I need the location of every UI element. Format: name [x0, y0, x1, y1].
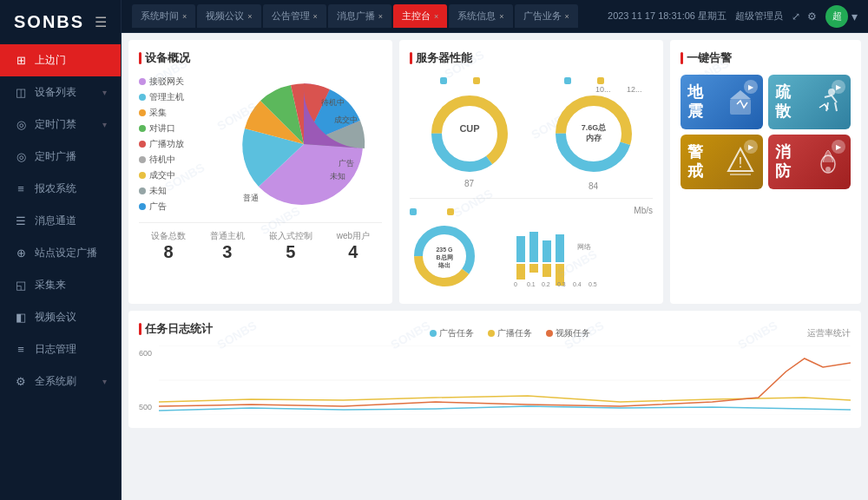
- sidebar-item-report[interactable]: ≡ 报农系统: [0, 173, 121, 205]
- legend-item: 待机中: [139, 154, 219, 166]
- mem-right-label: 10...: [595, 85, 611, 94]
- right-label: 运营率统计: [807, 327, 851, 339]
- cpu-legend: 已用 剩余: [440, 75, 499, 87]
- mem-legend: 已用 剩余: [564, 75, 623, 87]
- topbar-tabs: 系统时间 × 视频公议 × 公告管理 × 消息广播 × 主控台 ×: [132, 4, 601, 28]
- svg-text:0.3: 0.3: [557, 281, 566, 287]
- tab-close[interactable]: ×: [313, 12, 318, 21]
- tab-sysinfo[interactable]: 系统信息 ×: [449, 4, 512, 28]
- sidebar-item-devices[interactable]: ◫ 设备列表 ▾: [0, 76, 121, 109]
- tab-video[interactable]: 视频公议 ×: [197, 4, 260, 28]
- svg-point-41: [825, 167, 831, 172]
- earthquake-label: 地: [687, 83, 703, 102]
- title-bar: [410, 52, 412, 64]
- legend-item: 未知: [139, 185, 219, 197]
- legend-item: 管理主机: [139, 91, 219, 103]
- tab-close[interactable]: ×: [565, 12, 569, 21]
- tab-close[interactable]: ×: [499, 12, 503, 21]
- sidebar-item-logs[interactable]: ≡ 日志管理: [0, 333, 121, 365]
- tab-label: 系统信息: [457, 10, 496, 23]
- server-card-title: 服务器性能: [410, 50, 653, 66]
- sidebar-item-station[interactable]: ⊕ 站点设定广播: [0, 237, 121, 269]
- memory-gauge: 已用 剩余 7.6G总 内存: [534, 75, 653, 191]
- alert-earthquake-btn[interactable]: 地 震 ▶: [681, 75, 763, 129]
- download-dot: [447, 208, 454, 215]
- sidebar-item-label: 设备列表: [35, 85, 102, 100]
- cpu-donut-chart: CUP: [426, 90, 513, 177]
- sidebar-item-video[interactable]: ◧ 视频会议: [0, 301, 121, 333]
- tab-close[interactable]: ×: [434, 12, 438, 21]
- broadcast-icon: ◎: [14, 150, 28, 163]
- tab-close[interactable]: ×: [247, 12, 252, 21]
- menu-icon[interactable]: ☰: [95, 14, 107, 30]
- home-icon: ⊞: [14, 54, 28, 67]
- task-card-title: 任务日志统计: [139, 321, 213, 337]
- ad-task-dot: [430, 330, 437, 337]
- mem-free-dot: [597, 77, 604, 84]
- topbar: 系统时间 × 视频公议 × 公告管理 × 消息广播 × 主控台 ×: [122, 0, 868, 33]
- sidebar-item-timed-gate[interactable]: ◎ 定时门禁 ▾: [0, 109, 121, 141]
- alert-warning-btn[interactable]: 警 戒 ! ▶: [681, 135, 763, 189]
- evacuation-play[interactable]: ▶: [832, 80, 845, 94]
- server-performance-card: SONBS SONBS SONBS SONBS 服务器性能: [399, 40, 663, 304]
- earthquake-play[interactable]: ▶: [744, 80, 758, 94]
- collect-icon: ◱: [14, 279, 28, 292]
- warning-label: 警: [687, 143, 703, 162]
- svg-text:内存: 内存: [586, 134, 602, 142]
- log-icon: ≡: [14, 343, 28, 356]
- task-legend: 广告任务 广播任务 视频任务: [430, 327, 590, 339]
- device-stats: 设备总数 8 普通主机 3 嵌入式控制 5 web用户: [139, 222, 382, 262]
- datetime-display: 2023 11 17 18:31:06 星期五: [608, 10, 727, 23]
- chevron-icon: ▾: [102, 120, 107, 129]
- tab-label: 广告业务: [523, 10, 562, 23]
- alert-evacuation-btn[interactable]: 疏 散 ▶: [768, 75, 851, 129]
- tab-close[interactable]: ×: [182, 12, 187, 21]
- legend-item: 广告: [139, 201, 219, 213]
- svg-text:0.5: 0.5: [589, 281, 597, 287]
- tab-label: 公告管理: [272, 10, 310, 23]
- svg-text:成交中: 成交中: [334, 115, 358, 124]
- svg-text:7.6G总: 7.6G总: [581, 123, 607, 132]
- mem-bottom-label: 84: [589, 181, 598, 191]
- tab-close[interactable]: ×: [378, 12, 383, 21]
- fire-label: 消: [775, 143, 791, 162]
- sidebar-item-system[interactable]: ⚙ 全系统刷 ▾: [0, 365, 121, 398]
- mem-top-label: 12...: [627, 85, 642, 94]
- server-gauges-row: 已用 剩余 CUP 87: [410, 75, 653, 191]
- settings-icon[interactable]: ⚙: [807, 10, 817, 23]
- cpu-used-dot: [440, 77, 447, 84]
- tab-system-time[interactable]: 系统时间 ×: [132, 4, 195, 28]
- task-chart-area: 600 500: [139, 345, 851, 418]
- tab-notice[interactable]: 公告管理 ×: [263, 4, 326, 28]
- sidebar-item-messages[interactable]: ☰ 消息通道: [0, 205, 121, 237]
- sidebar-item-label: 定时门禁: [35, 117, 102, 132]
- sidebar-item-timed-broadcast[interactable]: ◎ 定时广播: [0, 141, 121, 173]
- network-charts: 235 G B总网 络出: [410, 221, 653, 293]
- broadcast-task-dot: [488, 330, 495, 337]
- task-log-card: SONBS SONBS SONBS SONBS 任务日志统计 广告任务: [128, 311, 861, 428]
- title-bar: [139, 52, 141, 64]
- sidebar-item-collect[interactable]: ◱ 采集来: [0, 269, 121, 301]
- fullscreen-icon[interactable]: ⤢: [792, 10, 800, 23]
- avatar: 超: [825, 5, 848, 28]
- network-section: ↑上传 ↓下传 Mb/s 235 G: [410, 198, 653, 293]
- sidebar-item-home[interactable]: ⊞ 上边门: [0, 44, 121, 76]
- scroll-right-btn[interactable]: ▾: [852, 10, 858, 23]
- svg-rect-25: [542, 264, 551, 277]
- sidebar-logo: SONBS ☰: [0, 0, 121, 44]
- tab-main-console[interactable]: 主控台 ×: [393, 4, 447, 28]
- svg-text:网络: 网络: [577, 243, 591, 251]
- svg-text:B总网: B总网: [436, 253, 452, 260]
- sidebar-item-label: 消息通道: [35, 214, 107, 228]
- memory-gauge-container: 7.6G总 内存 12... 10...: [550, 90, 637, 180]
- cpu-gauge: 已用 剩余 CUP 87: [410, 75, 529, 191]
- mem-used-dot: [564, 77, 571, 84]
- tab-broadcast[interactable]: 消息广播 ×: [328, 4, 391, 28]
- cpu-free-dot: [473, 77, 480, 84]
- tab-ads[interactable]: 广告业务 ×: [515, 4, 578, 28]
- svg-text:0.2: 0.2: [542, 281, 550, 287]
- device-card-title: 设备概况: [139, 50, 382, 66]
- title-bar: [681, 52, 683, 64]
- alert-fire-btn[interactable]: 消 防 ▶: [768, 135, 851, 189]
- network-donut-chart: 235 G B总网 络出: [410, 221, 479, 291]
